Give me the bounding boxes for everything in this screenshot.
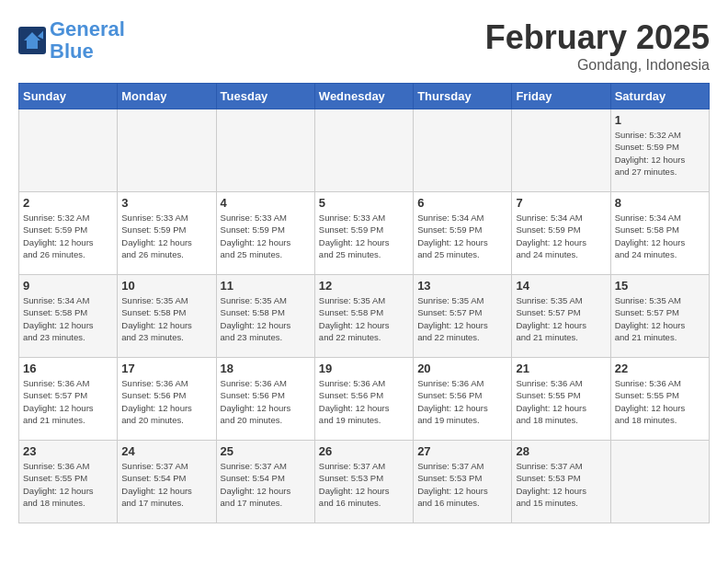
logo: General Blue — [18, 18, 125, 63]
day-cell — [512, 109, 610, 192]
dow-header-saturday: Saturday — [610, 84, 709, 109]
day-number: 19 — [319, 362, 409, 375]
day-info: Sunrise: 5:34 AM Sunset: 5:59 PM Dayligh… — [417, 212, 507, 260]
day-info: Sunrise: 5:34 AM Sunset: 5:58 PM Dayligh… — [615, 212, 705, 260]
dow-header-tuesday: Tuesday — [216, 84, 314, 109]
day-info: Sunrise: 5:35 AM Sunset: 5:57 PM Dayligh… — [417, 294, 507, 343]
day-cell: 4Sunrise: 5:33 AM Sunset: 5:59 PM Daylig… — [216, 192, 314, 275]
day-number: 10 — [121, 279, 211, 293]
week-row-2: 2Sunrise: 5:32 AM Sunset: 5:59 PM Daylig… — [19, 192, 710, 275]
day-number: 12 — [319, 279, 409, 293]
day-number: 15 — [615, 279, 705, 293]
day-number: 22 — [615, 362, 705, 375]
day-number: 17 — [121, 362, 211, 375]
day-info: Sunrise: 5:36 AM Sunset: 5:56 PM Dayligh… — [121, 377, 211, 426]
day-number: 13 — [417, 279, 507, 293]
day-number: 14 — [516, 279, 606, 293]
day-cell: 19Sunrise: 5:36 AM Sunset: 5:56 PM Dayli… — [314, 358, 413, 441]
day-info: Sunrise: 5:33 AM Sunset: 5:59 PM Dayligh… — [221, 212, 311, 260]
day-info: Sunrise: 5:36 AM Sunset: 5:57 PM Dayligh… — [23, 377, 113, 426]
day-cell: 14Sunrise: 5:35 AM Sunset: 5:57 PM Dayli… — [512, 275, 610, 358]
week-row-1: 1Sunrise: 5:32 AM Sunset: 5:59 PM Daylig… — [19, 109, 710, 192]
day-number: 28 — [516, 444, 606, 458]
day-cell: 7Sunrise: 5:34 AM Sunset: 5:59 PM Daylig… — [512, 192, 610, 275]
day-cell: 24Sunrise: 5:37 AM Sunset: 5:54 PM Dayli… — [118, 441, 216, 523]
day-info: Sunrise: 5:34 AM Sunset: 5:58 PM Dayligh… — [23, 294, 113, 343]
day-info: Sunrise: 5:35 AM Sunset: 5:57 PM Dayligh… — [615, 294, 705, 343]
day-info: Sunrise: 5:37 AM Sunset: 5:53 PM Dayligh… — [417, 460, 507, 509]
day-cell: 1Sunrise: 5:32 AM Sunset: 5:59 PM Daylig… — [610, 109, 709, 192]
day-cell — [610, 441, 709, 523]
day-info: Sunrise: 5:36 AM Sunset: 5:55 PM Dayligh… — [516, 377, 606, 426]
day-number: 2 — [23, 196, 113, 210]
day-number: 6 — [417, 196, 507, 210]
day-info: Sunrise: 5:33 AM Sunset: 5:59 PM Dayligh… — [319, 212, 409, 260]
day-cell — [216, 109, 314, 192]
day-cell: 5Sunrise: 5:33 AM Sunset: 5:59 PM Daylig… — [314, 192, 413, 275]
day-cell: 8Sunrise: 5:34 AM Sunset: 5:58 PM Daylig… — [610, 192, 709, 275]
week-row-3: 9Sunrise: 5:34 AM Sunset: 5:58 PM Daylig… — [19, 275, 710, 358]
day-cell: 13Sunrise: 5:35 AM Sunset: 5:57 PM Dayli… — [414, 275, 512, 358]
month-title: February 2025 — [485, 18, 710, 57]
day-cell: 25Sunrise: 5:37 AM Sunset: 5:54 PM Dayli… — [216, 441, 314, 523]
day-cell: 12Sunrise: 5:35 AM Sunset: 5:58 PM Dayli… — [314, 275, 413, 358]
logo-icon — [18, 27, 46, 54]
day-number: 26 — [319, 444, 409, 458]
day-cell: 28Sunrise: 5:37 AM Sunset: 5:53 PM Dayli… — [512, 441, 610, 523]
days-of-week-row: SundayMondayTuesdayWednesdayThursdayFrid… — [19, 84, 710, 109]
day-cell: 22Sunrise: 5:36 AM Sunset: 5:55 PM Dayli… — [610, 358, 709, 441]
page-header: General Blue February 2025 Gondang, Indo… — [18, 18, 710, 74]
day-cell — [314, 109, 413, 192]
day-number: 11 — [221, 279, 311, 293]
day-info: Sunrise: 5:37 AM Sunset: 5:54 PM Dayligh… — [221, 460, 311, 509]
day-info: Sunrise: 5:36 AM Sunset: 5:55 PM Dayligh… — [23, 460, 113, 509]
logo-text: General Blue — [50, 18, 125, 63]
day-number: 9 — [23, 279, 113, 293]
dow-header-thursday: Thursday — [414, 84, 512, 109]
day-number: 3 — [121, 196, 211, 210]
day-info: Sunrise: 5:36 AM Sunset: 5:56 PM Dayligh… — [319, 377, 409, 426]
day-info: Sunrise: 5:35 AM Sunset: 5:58 PM Dayligh… — [121, 294, 211, 343]
day-cell: 20Sunrise: 5:36 AM Sunset: 5:56 PM Dayli… — [414, 358, 512, 441]
day-number: 20 — [417, 362, 507, 375]
day-cell: 26Sunrise: 5:37 AM Sunset: 5:53 PM Dayli… — [314, 441, 413, 523]
day-info: Sunrise: 5:36 AM Sunset: 5:56 PM Dayligh… — [221, 377, 311, 426]
day-info: Sunrise: 5:37 AM Sunset: 5:53 PM Dayligh… — [319, 460, 409, 509]
day-cell: 9Sunrise: 5:34 AM Sunset: 5:58 PM Daylig… — [19, 275, 118, 358]
day-number: 16 — [23, 362, 113, 375]
day-number: 24 — [121, 444, 211, 458]
dow-header-sunday: Sunday — [19, 84, 118, 109]
day-info: Sunrise: 5:36 AM Sunset: 5:55 PM Dayligh… — [615, 377, 705, 426]
day-info: Sunrise: 5:35 AM Sunset: 5:58 PM Dayligh… — [319, 294, 409, 343]
day-info: Sunrise: 5:35 AM Sunset: 5:57 PM Dayligh… — [516, 294, 606, 343]
day-info: Sunrise: 5:34 AM Sunset: 5:59 PM Dayligh… — [516, 212, 606, 260]
day-cell: 11Sunrise: 5:35 AM Sunset: 5:58 PM Dayli… — [216, 275, 314, 358]
calendar-body: 1Sunrise: 5:32 AM Sunset: 5:59 PM Daylig… — [19, 109, 710, 523]
day-info: Sunrise: 5:32 AM Sunset: 5:59 PM Dayligh… — [23, 212, 113, 260]
day-number: 18 — [221, 362, 311, 375]
day-cell: 17Sunrise: 5:36 AM Sunset: 5:56 PM Dayli… — [118, 358, 216, 441]
day-cell: 3Sunrise: 5:33 AM Sunset: 5:59 PM Daylig… — [118, 192, 216, 275]
day-number: 8 — [615, 196, 705, 210]
day-cell: 15Sunrise: 5:35 AM Sunset: 5:57 PM Dayli… — [610, 275, 709, 358]
day-number: 5 — [319, 196, 409, 210]
day-cell: 6Sunrise: 5:34 AM Sunset: 5:59 PM Daylig… — [414, 192, 512, 275]
day-info: Sunrise: 5:37 AM Sunset: 5:53 PM Dayligh… — [516, 460, 606, 509]
dow-header-friday: Friday — [512, 84, 610, 109]
day-info: Sunrise: 5:36 AM Sunset: 5:56 PM Dayligh… — [417, 377, 507, 426]
day-cell — [118, 109, 216, 192]
day-cell: 21Sunrise: 5:36 AM Sunset: 5:55 PM Dayli… — [512, 358, 610, 441]
calendar: SundayMondayTuesdayWednesdayThursdayFrid… — [18, 83, 710, 523]
day-cell: 2Sunrise: 5:32 AM Sunset: 5:59 PM Daylig… — [19, 192, 118, 275]
day-number: 1 — [615, 113, 705, 127]
title-block: February 2025 Gondang, Indonesia — [485, 18, 710, 74]
day-cell — [19, 109, 118, 192]
day-number: 4 — [221, 196, 311, 210]
day-info: Sunrise: 5:37 AM Sunset: 5:54 PM Dayligh… — [121, 460, 211, 509]
dow-header-monday: Monday — [118, 84, 216, 109]
location: Gondang, Indonesia — [485, 57, 710, 74]
day-number: 27 — [417, 444, 507, 458]
day-cell: 16Sunrise: 5:36 AM Sunset: 5:57 PM Dayli… — [19, 358, 118, 441]
week-row-5: 23Sunrise: 5:36 AM Sunset: 5:55 PM Dayli… — [19, 441, 710, 523]
day-info: Sunrise: 5:32 AM Sunset: 5:59 PM Dayligh… — [615, 129, 705, 178]
